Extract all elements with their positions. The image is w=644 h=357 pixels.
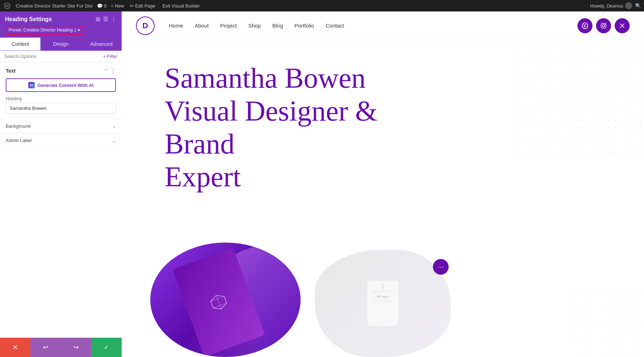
hero-images: Mirage xyxy=(150,243,451,357)
admin-bar-right: Howdy, Deanna 🔍 xyxy=(590,2,641,9)
new-button[interactable]: + New xyxy=(111,3,124,9)
panel-title: Heading Settings xyxy=(5,16,52,23)
redo-icon: ↪ xyxy=(73,343,79,351)
nav-link-about[interactable]: About xyxy=(195,23,209,29)
site-logo[interactable]: D xyxy=(136,16,155,35)
candle-line xyxy=(374,300,392,300)
preset-button[interactable]: Preset: Creative Director Heading 1 ▾ xyxy=(5,25,83,35)
nav-link-project[interactable]: Project xyxy=(220,23,237,29)
more-options-icon[interactable]: ⋮ xyxy=(111,16,117,23)
admin-bar: W Creative Director Starter Site For Div… xyxy=(0,0,644,11)
heading-input[interactable] xyxy=(6,103,116,114)
nav-link-home[interactable]: Home xyxy=(169,23,183,29)
site-name-text: Creative Director Starter Site For Divi xyxy=(16,3,93,9)
nav-link-blog[interactable]: Blog xyxy=(272,23,283,29)
search-input[interactable] xyxy=(4,54,100,59)
admin-label-section: Admin Label ⌄ xyxy=(0,133,122,148)
search-icon[interactable]: 🔍 xyxy=(635,3,641,9)
panel-header: Heading Settings ⊞ ☰ ⋮ Preset: Creative … xyxy=(0,11,122,38)
text-section-title: Text xyxy=(6,68,16,74)
redo-button[interactable]: ↪ xyxy=(61,338,91,357)
expand-icon[interactable]: ⊞ xyxy=(96,16,100,23)
background-chevron-icon[interactable]: ⌄ xyxy=(112,124,116,129)
hero-heading: Samantha Bowen Visual Designer & Brand E… xyxy=(165,62,436,193)
panel-title-row: Heading Settings ⊞ ☰ ⋮ xyxy=(5,16,117,23)
floating-more-dots: ··· xyxy=(438,263,443,271)
social-icon-x[interactable] xyxy=(615,18,630,33)
admin-label-section-title: Admin Label xyxy=(6,138,31,143)
dot-pattern-bottom-right xyxy=(572,285,644,357)
columns-icon[interactable]: ☰ xyxy=(103,16,108,23)
howdy-text: Howdy, Deanna xyxy=(590,3,623,9)
site-name[interactable]: Creative Director Starter Site For Divi xyxy=(16,3,93,9)
cancel-icon: ✕ xyxy=(13,343,18,351)
hero-text: Samantha Bowen Visual Designer & Brand E… xyxy=(165,62,436,193)
candle-line-2 xyxy=(374,302,392,302)
avatar xyxy=(625,2,632,9)
nav-link-portfolio[interactable]: Portfolio xyxy=(294,23,314,29)
hero-purple-blob xyxy=(150,243,301,357)
tab-design[interactable]: Design xyxy=(40,38,81,50)
save-button[interactable]: ✓ xyxy=(91,338,122,357)
heading-settings-panel: Heading Settings ⊞ ☰ ⋮ Preset: Creative … xyxy=(0,11,122,357)
background-section-header[interactable]: Background ⌄ xyxy=(6,123,116,129)
candle-jar: Mirage xyxy=(367,280,399,327)
comments-icon: 💬 xyxy=(97,3,103,9)
floating-more-button[interactable]: ··· xyxy=(433,259,449,275)
social-icons xyxy=(577,18,630,33)
exit-builder-button[interactable]: Exit Visual Builder xyxy=(161,3,201,9)
ai-generate-button[interactable]: AI Generate Content With AI xyxy=(6,78,116,92)
tab-advanced[interactable]: Advanced xyxy=(81,38,122,50)
nav-link-contact[interactable]: Contact xyxy=(326,23,344,29)
svg-line-7 xyxy=(216,295,221,309)
undo-button[interactable]: ↩ xyxy=(30,338,61,357)
hero-light-blob: Mirage xyxy=(315,250,451,357)
admin-label-section-header[interactable]: Admin Label ⌄ xyxy=(6,138,116,143)
hero-heading-line2: Visual Designer & Brand xyxy=(165,95,377,160)
collapse-icon[interactable]: ⌃ xyxy=(104,68,108,73)
comments-link[interactable]: 💬 0 xyxy=(97,3,107,9)
hero-heading-line1: Samantha Bowen xyxy=(165,62,366,94)
svg-text:W: W xyxy=(5,4,9,8)
panel-tabs: Content Design Advanced xyxy=(0,38,122,51)
wp-logo-icon[interactable]: W xyxy=(3,1,11,10)
text-section-more-icon[interactable]: ⋮ xyxy=(110,67,116,74)
background-section-title: Background xyxy=(6,123,30,129)
edit-page-button[interactable]: ✏ Edit Page xyxy=(128,3,157,9)
background-section: Background ⌄ xyxy=(0,119,122,133)
social-icon-instagram[interactable] xyxy=(596,18,611,33)
preset-dropdown-icon: ▾ xyxy=(78,28,80,33)
ai-button-label: Generate Content With AI xyxy=(38,83,94,88)
logo-letter: D xyxy=(142,21,148,30)
heading-field-label: Heading xyxy=(6,96,116,101)
undo-icon: ↩ xyxy=(43,343,48,351)
nav-link-shop[interactable]: Shop xyxy=(248,23,261,29)
svg-point-2 xyxy=(582,23,588,29)
hero-section: Samantha Bowen Visual Designer & Brand E… xyxy=(122,40,644,357)
site-preview: D Home About Project Shop Blog Portfolio… xyxy=(122,11,644,357)
tab-content[interactable]: Content xyxy=(0,38,40,50)
svg-point-4 xyxy=(602,25,605,27)
text-section-icons: ⌃ ⋮ xyxy=(104,67,116,74)
admin-label-chevron-icon[interactable]: ⌄ xyxy=(112,138,116,143)
dot-pattern-top-right xyxy=(515,40,644,155)
filter-button[interactable]: + Filter xyxy=(103,54,117,59)
candle-brand-label: Mirage xyxy=(377,295,389,298)
panel-content: Text ⌃ ⋮ AI Generate Content With AI Hea… xyxy=(0,62,122,338)
site-nav-links: Home About Project Shop Blog Portfolio C… xyxy=(169,23,577,29)
main-layout: Heading Settings ⊞ ☰ ⋮ Preset: Creative … xyxy=(0,11,644,357)
hero-heading-line3: Expert xyxy=(165,161,241,192)
social-icon-dribble[interactable] xyxy=(577,18,592,33)
panel-title-icons: ⊞ ☰ ⋮ xyxy=(96,16,117,23)
text-section-header[interactable]: Text ⌃ ⋮ xyxy=(6,67,116,74)
new-label: + New xyxy=(111,3,124,9)
svg-point-5 xyxy=(605,24,605,24)
search-bar: + Filter xyxy=(0,51,122,62)
ai-icon: AI xyxy=(28,82,35,88)
site-navbar: D Home About Project Shop Blog Portfolio… xyxy=(122,11,644,40)
panel-bottom-bar: ✕ ↩ ↪ ✓ xyxy=(0,338,122,357)
comments-count: 0 xyxy=(104,3,107,9)
cancel-button[interactable]: ✕ xyxy=(0,338,30,357)
save-icon: ✓ xyxy=(104,343,109,351)
howdy-section: Howdy, Deanna xyxy=(590,2,632,9)
